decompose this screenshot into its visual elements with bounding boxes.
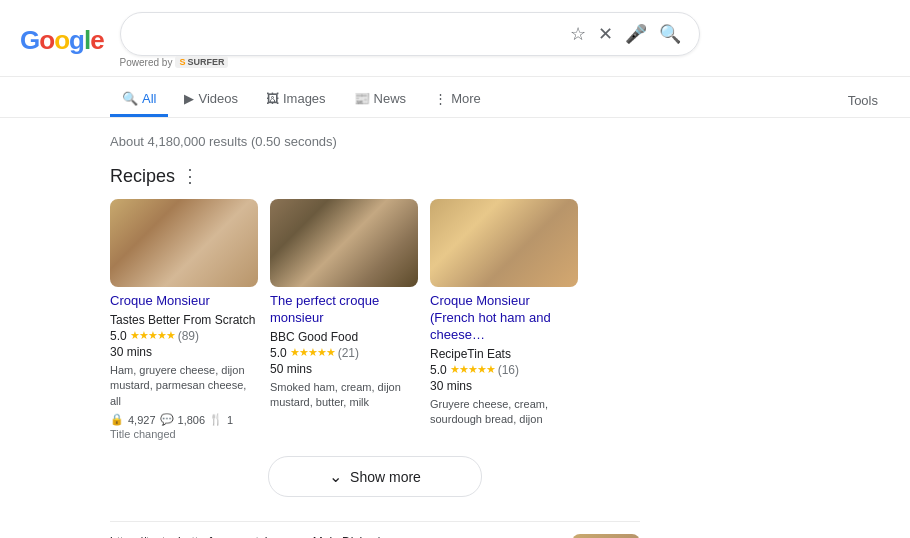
chevron-down-icon: ⌄ <box>329 467 342 486</box>
surfer-brand: S SURFER <box>175 56 228 68</box>
recipe-cards: Croque Monsieur Tastes Better From Scrat… <box>110 199 640 440</box>
star-icon[interactable]: ☆ <box>568 21 588 47</box>
recipe-time-3: 30 mins <box>430 379 578 393</box>
recipe-stars-3: ★★★★★ <box>450 363 495 376</box>
recipe-image-2[interactable] <box>270 199 418 287</box>
surfer-powered-label: Powered by <box>120 57 173 68</box>
title-changed-label: Title changed <box>110 428 258 440</box>
recipe-rating-1: 5.0 ★★★★★ (89) <box>110 329 258 343</box>
recipe-comments-1: 1,806 <box>178 414 206 426</box>
recipe-card-1: Croque Monsieur Tastes Better From Scrat… <box>110 199 258 440</box>
google-logo: Google <box>20 25 104 56</box>
clear-icon[interactable]: ✕ <box>596 21 615 47</box>
recipe-stars-2: ★★★★★ <box>290 346 335 359</box>
logo-g: G <box>20 25 39 56</box>
images-icon: 🖼 <box>266 91 279 106</box>
recipe-title-1[interactable]: Croque Monsieur <box>110 293 258 310</box>
recipes-options-icon[interactable]: ⋮ <box>181 165 199 187</box>
recipe-made-1: 1 <box>227 414 233 426</box>
result-thumbnail <box>572 534 640 538</box>
more-icon: ⋮ <box>434 91 447 106</box>
recipe-source-1: Tastes Better From Scratch <box>110 313 258 327</box>
result-content: https://tastesbetterfromscratch.com › Ma… <box>110 534 556 538</box>
recipe-ingredients-3: Gruyere cheese, cream, sourdough bread, … <box>430 397 578 428</box>
recipe-count-2: (21) <box>338 346 359 360</box>
recipe-count-3: (16) <box>498 363 519 377</box>
recipes-title: Recipes <box>110 166 175 187</box>
recipe-source-2: BBC Good Food <box>270 330 418 344</box>
recipe-meta-1: 🔒 4,927 💬 1,806 🍴 1 <box>110 413 258 426</box>
made-icon: 🍴 <box>209 413 223 426</box>
recipe-count-1: (89) <box>178 329 199 343</box>
recipes-section: Recipes ⋮ Croque Monsieur Tastes Better … <box>110 165 640 497</box>
recipe-title-3[interactable]: Croque Monsieur (French hot ham and chee… <box>430 293 578 344</box>
logo-o2: o <box>54 25 69 56</box>
result-with-thumbnail: https://tastesbetterfromscratch.com › Ma… <box>110 534 640 538</box>
show-more-label: Show more <box>350 469 421 485</box>
recipe-saves-1: 4,927 <box>128 414 156 426</box>
all-icon: 🔍 <box>122 91 138 106</box>
search-icons: ☆ ✕ 🎤 🔍 <box>568 21 683 47</box>
recipe-image-3[interactable] <box>430 199 578 287</box>
recipe-card-3: Croque Monsieur (French hot ham and chee… <box>430 199 578 440</box>
nav-item-all[interactable]: 🔍 All <box>110 81 168 117</box>
main-content: About 4,180,000 results (0.50 seconds) R… <box>0 118 660 538</box>
recipe-time-2: 50 mins <box>270 362 418 376</box>
surfer-icon: S <box>179 57 185 67</box>
surfer-badge: Powered by S SURFER <box>120 56 700 68</box>
recipe-stars-1: ★★★★★ <box>130 329 175 342</box>
tools-button[interactable]: Tools <box>836 83 890 116</box>
nav-item-news[interactable]: 📰 News <box>342 81 419 117</box>
recipe-rating-3: 5.0 ★★★★★ (16) <box>430 363 578 377</box>
recipe-title-2[interactable]: The perfect croque monsieur <box>270 293 418 327</box>
result-url-line: https://tastesbetterfromscratch.com › Ma… <box>110 534 556 538</box>
search-bar: how to make croque monsieur ☆ ✕ 🎤 🔍 <box>120 12 700 56</box>
nav-item-videos[interactable]: ▶ Videos <box>172 81 250 117</box>
logo-g2: g <box>69 25 84 56</box>
videos-icon: ▶ <box>184 91 194 106</box>
show-more-wrap: ⌄ Show more <box>110 456 640 497</box>
recipe-rating-value-1: 5.0 <box>110 329 127 343</box>
header: Google how to make croque monsieur ☆ ✕ 🎤… <box>0 0 910 77</box>
section-divider <box>110 521 640 522</box>
recipe-rating-value-2: 5.0 <box>270 346 287 360</box>
logo-e: e <box>90 25 103 56</box>
recipes-header: Recipes ⋮ <box>110 165 640 187</box>
recipe-rating-value-3: 5.0 <box>430 363 447 377</box>
news-icon: 📰 <box>354 91 370 106</box>
nav-item-images[interactable]: 🖼 Images <box>254 81 338 117</box>
recipe-source-3: RecipeTin Eats <box>430 347 578 361</box>
comment-icon: 💬 <box>160 413 174 426</box>
result-stats: About 4,180,000 results (0.50 seconds) <box>110 134 640 149</box>
recipe-rating-2: 5.0 ★★★★★ (21) <box>270 346 418 360</box>
search-submit-icon[interactable]: 🔍 <box>657 21 683 47</box>
save-icon: 🔒 <box>110 413 124 426</box>
recipe-image-1[interactable] <box>110 199 258 287</box>
search-bar-wrap: how to make croque monsieur ☆ ✕ 🎤 🔍 Powe… <box>120 12 700 68</box>
show-more-button[interactable]: ⌄ Show more <box>268 456 482 497</box>
search-result-1: https://tastesbetterfromscratch.com › Ma… <box>110 534 640 538</box>
recipe-time-1: 30 mins <box>110 345 258 359</box>
recipe-ingredients-1: Ham, gruyere cheese, dijon mustard, parm… <box>110 363 258 409</box>
result-options-icon[interactable]: ⋮ <box>372 534 386 538</box>
recipe-ingredients-2: Smoked ham, cream, dijon mustard, butter… <box>270 380 418 411</box>
nav-item-more[interactable]: ⋮ More <box>422 81 493 117</box>
mic-icon[interactable]: 🎤 <box>623 21 649 47</box>
recipe-card-2: The perfect croque monsieur BBC Good Foo… <box>270 199 418 440</box>
search-nav: 🔍 All ▶ Videos 🖼 Images 📰 News ⋮ More To… <box>0 77 910 118</box>
search-input[interactable]: how to make croque monsieur <box>137 25 560 43</box>
logo-o1: o <box>39 25 54 56</box>
